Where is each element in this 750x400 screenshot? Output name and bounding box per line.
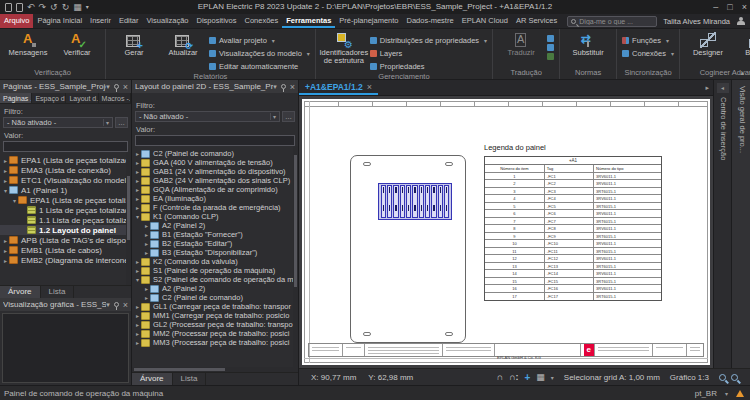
expand-icon[interactable]: ▸ (134, 267, 141, 274)
funcoes-button[interactable]: Funções (622, 35, 674, 46)
minimize-button[interactable]: – (713, 0, 718, 14)
designer-button[interactable]: Designer (685, 31, 731, 57)
menu-tab-pr-planejamento[interactable]: Pré-planejamento (335, 14, 402, 28)
pages-tree-scrollbar[interactable] (126, 152, 131, 285)
insertion-center-tab[interactable]: Centro de inserção (719, 97, 728, 160)
tree-item[interactable]: ▸EMB2 (Diagrama de intercone (0, 255, 131, 265)
tree-item[interactable]: ▾K1 (Comando CLP) (132, 212, 298, 221)
layout-filter-more-button[interactable]: … (282, 111, 295, 122)
tree-item[interactable]: ▸EMA3 (Lista de conexão) (0, 165, 131, 175)
expand-icon[interactable]: ▸ (134, 204, 141, 211)
menu-tab-ferramentas[interactable]: Ferramentas (282, 14, 335, 28)
preview-dropdown-icon[interactable] (106, 301, 110, 309)
expand-icon[interactable]: ▸ (2, 167, 9, 174)
layout-filter-select[interactable]: - Não ativado - ▾ (135, 111, 280, 122)
zoom-out-icon[interactable] (731, 374, 738, 381)
language-indicator[interactable]: pt_BR (695, 389, 717, 398)
tree-item[interactable]: 1 Lista de peças totalizadas (0, 205, 131, 215)
grid-icon[interactable] (536, 372, 545, 382)
collapse-icon[interactable]: ▾ (134, 213, 141, 220)
expand-icon[interactable]: ▸ (2, 237, 9, 244)
expand-icon[interactable]: ▸ (134, 195, 141, 202)
tree-item[interactable]: ▸ETC1 (Visualização do modelo) (0, 175, 131, 185)
expand-icon[interactable]: ▸ (134, 330, 141, 337)
redo-icon[interactable]: ↷ (39, 0, 47, 14)
tell-me-search[interactable]: Diga-me o que ... (567, 16, 657, 27)
expand-icon[interactable]: ▸ (2, 257, 9, 264)
translate-export-icon[interactable] (547, 44, 554, 51)
preview-pin-icon[interactable] (114, 302, 119, 307)
filter-more-button[interactable]: … (115, 117, 128, 128)
tree-item[interactable]: ▸GQA (Alimentação de ar comprimido) (132, 185, 298, 194)
menu-tab-inserir[interactable]: Inserir (86, 14, 115, 28)
tree-item[interactable]: ▸GL2 (Processar peça de trabalho: transp… (132, 320, 298, 329)
language-caret-icon[interactable]: ▾ (725, 390, 728, 397)
tree-item[interactable]: ▸GAB1 (24 V alimentação do dispositivo) (132, 167, 298, 176)
menu-tab-eplan-cloud[interactable]: EPLAN Cloud (458, 14, 512, 28)
menu-tab-conex-es[interactable]: Conexões (241, 14, 283, 28)
page-tab-close-icon[interactable] (367, 82, 372, 92)
grid-setting[interactable]: Selecionar grid A: 1,00 mm (564, 373, 660, 382)
expand-icon[interactable]: ▸ (134, 321, 141, 328)
filter-select[interactable]: - Não ativado - ▾ (3, 117, 113, 128)
expand-icon[interactable]: ▸ (134, 168, 141, 175)
undo-icon[interactable]: ↶ (27, 0, 35, 14)
layout-dropdown-icon[interactable] (273, 83, 277, 91)
editar-automaticamente-button[interactable]: Editar automaticamente (209, 61, 310, 72)
menu-tab-dados-mestre[interactable]: Dados-mestre (403, 14, 458, 28)
substituir-button[interactable]: Substituir (565, 31, 611, 57)
expand-icon[interactable]: ▸ (2, 177, 9, 184)
tree-item[interactable]: ▸MM3 (Processar peça de trabalho: posici (132, 338, 298, 347)
project-overview-tab[interactable]: Visão geral de pro... (738, 86, 747, 153)
tree-item[interactable]: ▸EMB1 (Lista de cabos) (0, 245, 131, 255)
quick-access-dropdown-icon[interactable]: ▾ (86, 0, 89, 14)
menu-tab-arquivo[interactable]: Arquivo (0, 14, 33, 28)
insertion-collapse-icon[interactable]: ◂ (717, 83, 729, 93)
translate-import-icon[interactable] (547, 35, 554, 42)
tree-item[interactable]: ▾EPA1 (Lista de peças totalizada (0, 195, 131, 205)
panel-pin-icon[interactable] (114, 84, 119, 89)
expand-icon[interactable]: ▸ (134, 159, 141, 166)
drawing-canvas[interactable]: Legenda do painel +A1 Número do itemTagN… (299, 96, 713, 368)
open-page-icon[interactable] (16, 3, 23, 12)
tree-item[interactable]: 1.1 Lista de peças totalizad (0, 215, 131, 225)
tree-item[interactable]: ▸B2 (Estação "Editar") (132, 239, 298, 248)
propriedades-button[interactable]: Propriedades (370, 61, 487, 72)
expand-icon[interactable]: ▸ (134, 339, 141, 346)
atualizar-button[interactable]: Atualizar (160, 31, 206, 57)
layout-tree-hscrollbar[interactable] (132, 367, 298, 372)
tree-item[interactable]: ▸GL1 (Carregar peça de trabalho: transpo… (132, 302, 298, 311)
menu-tab-ar-services[interactable]: AR Services (512, 14, 561, 28)
terminal-strip[interactable] (378, 183, 452, 220)
layout-close-icon[interactable] (290, 82, 295, 92)
tree-item[interactable]: ▸A2 (Painel 2) (132, 221, 298, 230)
ribbon-collapse-icon[interactable]: ▴ (740, 69, 744, 77)
filter-value-input[interactable] (3, 141, 128, 152)
menu-tab-p-gina-inicial[interactable]: Página Inicial (33, 14, 86, 28)
panel-tab-espa-o-d[interactable]: Espaço d... (32, 93, 66, 103)
crosshair-icon[interactable] (524, 372, 530, 383)
tree-item[interactable]: ▸APB (Lista de TAG's de disposi (0, 235, 131, 245)
gerar-button[interactable]: Gerar (111, 31, 157, 57)
expand-icon[interactable]: ▸ (143, 249, 150, 256)
expand-icon[interactable]: ▸ (143, 222, 150, 229)
translate-dictionary-icon[interactable] (547, 53, 554, 60)
new-page-icon[interactable] (5, 3, 12, 12)
tree-item[interactable]: ▸EA (Iluminação) (132, 194, 298, 203)
tree-item[interactable]: ▸EPA1 (Lista de peças totalizadas) (0, 155, 131, 165)
mensagens-button[interactable]: Mensagens (5, 31, 51, 57)
grid-caret-icon[interactable] (551, 373, 554, 382)
list-tab[interactable]: Lista (41, 286, 75, 298)
tree-item[interactable]: 1.2 Layout do painel (0, 225, 131, 235)
device-navigator-icon[interactable]: ▦ (73, 0, 82, 14)
panel-tab-p-ginas[interactable]: Páginas ... (0, 93, 32, 103)
menu-tab-visualiza-o[interactable]: Visualização (143, 14, 193, 28)
tree-tab[interactable]: Árvore (132, 373, 173, 385)
expand-icon[interactable]: ▸ (134, 150, 141, 157)
close-button[interactable]: × (742, 0, 747, 14)
verificar-button[interactable]: Verificar (54, 31, 100, 57)
tree-item[interactable]: ▾S2 (Painel de comando de operação da m (132, 275, 298, 284)
expand-icon[interactable]: ▸ (143, 231, 150, 238)
collapse-icon[interactable]: ▾ (11, 197, 18, 204)
warning-icon[interactable] (736, 390, 744, 397)
